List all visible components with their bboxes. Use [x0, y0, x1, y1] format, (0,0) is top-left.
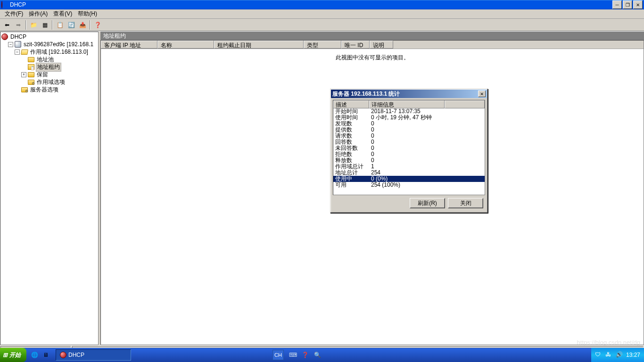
stats-row[interactable]: 使用时间0 小时, 19 分钟, 47 秒钟	[333, 115, 485, 121]
refresh-button[interactable]: 刷新(R)	[410, 198, 445, 208]
forward-button[interactable]: ➡	[13, 20, 24, 30]
empty-message: 此视图中没有可显示的项目。	[101, 54, 644, 62]
toolbar: ⬅ ➡ 📁 ▦ 📋 🔄 📤 ❓	[0, 19, 644, 31]
watermark: https://blog.csdn.net/dg	[577, 339, 640, 346]
col-client-ip[interactable]: 客户端 IP 地址	[101, 41, 157, 49]
stats-value: 0	[369, 139, 485, 145]
dialog-titlebar[interactable]: 服务器 192.168.113.1 统计 ✕	[331, 90, 487, 98]
app-icon	[1, 1, 8, 8]
tree-server-options[interactable]: 服务器选项	[1, 86, 97, 93]
minimize-button[interactable]: ─	[612, 0, 622, 9]
show-hide-tree-button[interactable]: ▦	[40, 20, 50, 30]
separator	[90, 20, 91, 30]
stats-value: 0	[369, 157, 485, 164]
separator	[25, 20, 26, 30]
stats-value: 0	[369, 127, 485, 133]
taskbar[interactable]: ⊞ 开始 🌐 🖥 DHCP CH ⌨ ❓ 🔍 🛡 🖧 🔊 13:27	[0, 348, 644, 362]
column-headers: 客户端 IP 地址 名称 租约截止日期 类型 唯一 ID 说明	[101, 41, 644, 49]
col-desc[interactable]: 说明	[370, 41, 393, 49]
stats-col-blank[interactable]	[445, 100, 485, 108]
taskbar-item-dhcp[interactable]: DHCP	[56, 349, 131, 361]
stats-row[interactable]: 提供数0	[333, 127, 485, 133]
tree-root[interactable]: DHCP	[1, 33, 97, 41]
menu-action[interactable]: 操作(A)	[26, 9, 50, 19]
tree-label-scopeopts: 作用域选项	[36, 78, 66, 86]
collapse-icon[interactable]: −	[8, 42, 13, 47]
collapse-icon[interactable]: −	[15, 49, 20, 55]
right-header: 地址租约	[100, 32, 644, 40]
stats-row[interactable]: 未回答数0	[333, 145, 485, 151]
tree-scope[interactable]: − 作用域 [192.168.113.0]	[1, 48, 97, 56]
system-tray[interactable]: 🛡 🖧 🔊 13:27	[591, 348, 644, 362]
tree-lease[interactable]: 地址租约	[1, 63, 97, 71]
menu-help[interactable]: 帮助(H)	[75, 9, 100, 19]
stats-list[interactable]: 描述 详细信息 开始时间2018-11-7 13:07:35使用时间0 小时, …	[333, 100, 485, 195]
stats-row[interactable]: 可用254 (100%)	[333, 182, 485, 188]
stats-row[interactable]: 请求数0	[333, 133, 485, 139]
refresh-button[interactable]: 🔄	[66, 20, 76, 30]
tree-server[interactable]: − szit-396287ed9c [192.168.1	[1, 41, 97, 48]
windows-logo-icon: ⊞	[3, 352, 8, 358]
language-indicator[interactable]: CH	[272, 350, 284, 360]
menubar: 文件(F) 操作(A) 查看(V) 帮助(H)	[0, 9, 644, 19]
col-name[interactable]: 名称	[157, 41, 214, 49]
tree-label-scope: 作用域 [192.168.113.0]	[29, 48, 89, 56]
help-icon[interactable]: ❓	[300, 350, 310, 360]
back-button[interactable]: ⬅	[2, 20, 12, 30]
properties-button[interactable]: 📋	[55, 20, 65, 30]
volume-icon[interactable]: 🔊	[616, 351, 623, 359]
tree-label-serveropts: 服务器选项	[29, 86, 59, 94]
dialog-close-button[interactable]: ✕	[478, 90, 486, 97]
tree-reserve[interactable]: + 保留	[1, 71, 97, 78]
stats-row[interactable]: 拒绝数0	[333, 151, 485, 157]
stats-columns: 描述 详细信息	[333, 100, 485, 108]
folder-icon	[28, 56, 34, 63]
tree: DHCP − szit-396287ed9c [192.168.1 − 作用域 …	[0, 32, 98, 94]
col-uid[interactable]: 唯一 ID	[341, 41, 370, 49]
col-expire[interactable]: 租约截止日期	[214, 41, 304, 49]
stats-row[interactable]: 使用中0 (0%)	[333, 176, 485, 182]
desktop-icon[interactable]: 🖥	[41, 350, 51, 360]
clock[interactable]: 13:27	[626, 352, 640, 358]
col-type[interactable]: 类型	[304, 41, 341, 49]
tree-label-server: szit-396287ed9c [192.168.1	[23, 41, 94, 48]
stats-key: 可用	[333, 182, 369, 188]
stats-value: 0	[369, 145, 485, 151]
stats-rows: 开始时间2018-11-7 13:07:35使用时间0 小时, 19 分钟, 4…	[333, 108, 485, 188]
stats-value: 254 (100%)	[369, 182, 485, 188]
keyboard-icon[interactable]: ⌨	[288, 350, 298, 360]
dialog-buttons: 刷新(R) 关闭	[333, 195, 485, 210]
stats-col-desc[interactable]: 描述	[333, 100, 369, 108]
close-button[interactable]: ✕	[633, 0, 643, 9]
stats-value: 0	[369, 151, 485, 157]
stats-value: 0	[369, 133, 485, 139]
search-icon[interactable]: 🔍	[312, 350, 322, 360]
mid-tray: CH ⌨ ❓ 🔍	[272, 350, 322, 360]
folder-open-icon	[21, 49, 28, 55]
help-button[interactable]: ❓	[92, 20, 103, 30]
expand-icon[interactable]: +	[21, 72, 26, 77]
export-button[interactable]: 📤	[77, 20, 88, 30]
dhcp-icon	[1, 33, 8, 40]
up-button[interactable]: 📁	[28, 20, 39, 30]
stats-value: 1	[369, 164, 485, 170]
security-icon[interactable]: 🛡	[595, 351, 603, 359]
tree-scope-options[interactable]: 作用域选项	[1, 78, 97, 86]
network-icon[interactable]: 🖧	[605, 351, 613, 359]
start-label: 开始	[9, 351, 21, 359]
stats-row[interactable]: 发现数0	[333, 121, 485, 127]
menu-file[interactable]: 文件(F)	[2, 9, 26, 19]
menu-view[interactable]: 查看(V)	[50, 9, 75, 19]
titlebar[interactable]: DHCP ─ ❐ ✕	[0, 0, 644, 9]
stats-col-detail[interactable]: 详细信息	[369, 100, 445, 108]
stats-row[interactable]: 地址总计254	[333, 170, 485, 176]
maximize-button[interactable]: ❐	[623, 0, 632, 9]
dhcp-icon	[60, 352, 66, 358]
window-title: DHCP	[10, 1, 611, 8]
ie-icon[interactable]: 🌐	[29, 350, 40, 360]
folder-icon	[28, 71, 34, 78]
close-button[interactable]: 关闭	[448, 198, 483, 208]
start-button[interactable]: ⊞ 开始	[0, 348, 26, 362]
tree-panel[interactable]: DHCP − szit-396287ed9c [192.168.1 − 作用域 …	[0, 32, 99, 345]
stats-dialog[interactable]: 服务器 192.168.113.1 统计 ✕ 描述 详细信息 开始时间2018-…	[330, 89, 488, 213]
